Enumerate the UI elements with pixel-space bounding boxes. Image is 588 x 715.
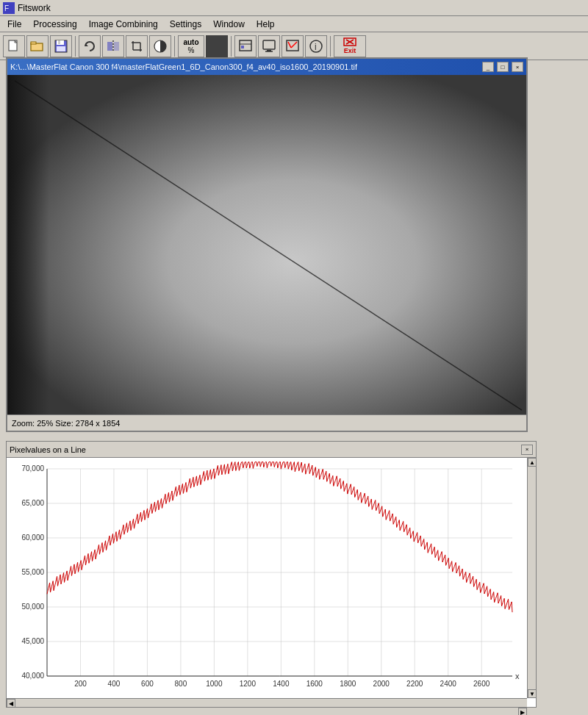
close-image-button[interactable]: × [512, 62, 523, 72]
auto-button[interactable]: auto % [178, 35, 204, 57]
chart-area [7, 458, 527, 698]
title-bar: F Fitswork [0, 0, 588, 16]
pixel-values-panel: Pixelvalues on a Line × ▲ ▼ ◀ ▶ [6, 441, 537, 708]
open-button[interactable] [26, 35, 49, 57]
info-button[interactable]: i [305, 35, 327, 57]
svg-rect-11 [107, 42, 112, 51]
menu-file[interactable]: File [1, 18, 27, 31]
new-button[interactable] [3, 35, 25, 57]
save-button[interactable] [50, 35, 72, 57]
menu-processing[interactable]: Processing [27, 18, 82, 31]
color-swatch [206, 35, 228, 57]
menu-settings[interactable]: Settings [164, 18, 207, 31]
image-canvas [7, 75, 526, 414]
scroll-right-button[interactable]: ▶ [518, 708, 527, 715]
pixel-panel-title: Pixelvalues on a Line [10, 445, 86, 454]
menu-bar: File Processing Image Combining Settings… [0, 16, 588, 32]
zoom-window-button[interactable] [234, 35, 257, 57]
svg-rect-12 [114, 42, 119, 51]
scroll-left-button[interactable]: ◀ [7, 699, 15, 708]
close-pixel-panel-button[interactable]: × [521, 445, 533, 455]
app-title: Fitswork [18, 3, 51, 13]
menu-window[interactable]: Window [207, 18, 251, 31]
svg-text:i: i [315, 42, 317, 52]
image-title: K:\...\MasterFlat Canon 300 f4\masterFla… [10, 62, 357, 71]
svg-text:F: F [4, 4, 9, 12]
menu-help[interactable]: Help [251, 18, 281, 31]
exit-button[interactable]: Exit [334, 35, 366, 57]
crop-button[interactable] [126, 35, 148, 57]
scroll-down-button[interactable]: ▼ [528, 689, 537, 698]
svg-line-26 [288, 42, 291, 48]
zoom-status: Zoom: 25% Size: 2784 x 1854 [12, 419, 120, 428]
minimize-button[interactable]: _ [482, 62, 494, 72]
horizontal-scrollbar[interactable]: ◀ ▶ [7, 698, 527, 707]
histogram-button[interactable] [282, 35, 304, 57]
toolbar: auto % i [0, 32, 588, 60]
image-status: Zoom: 25% Size: 2784 x 1854 [7, 414, 526, 431]
svg-rect-9 [58, 40, 60, 44]
pixel-panel-titlebar: Pixelvalues on a Line × [7, 442, 536, 458]
contrast-button[interactable] [149, 35, 171, 57]
vertical-scrollbar[interactable]: ▲ ▼ [527, 458, 536, 698]
svg-rect-8 [57, 46, 65, 51]
image-window: K:\...\MasterFlat Canon 300 f4\masterFla… [6, 57, 528, 432]
menu-image-combining[interactable]: Image Combining [83, 18, 164, 31]
image-window-titlebar: K:\...\MasterFlat Canon 300 f4\masterFla… [7, 59, 526, 75]
svg-rect-5 [31, 42, 36, 44]
maximize-button[interactable]: □ [497, 62, 509, 72]
svg-rect-22 [263, 40, 275, 49]
monitor-button[interactable] [258, 35, 280, 57]
scroll-up-button[interactable]: ▲ [528, 458, 537, 467]
line-chart [7, 458, 527, 698]
rotate-left-button[interactable] [79, 35, 101, 57]
app-icon: F [3, 2, 15, 14]
svg-rect-21 [241, 46, 244, 48]
flip-button[interactable] [102, 35, 124, 57]
svg-line-27 [291, 42, 297, 48]
